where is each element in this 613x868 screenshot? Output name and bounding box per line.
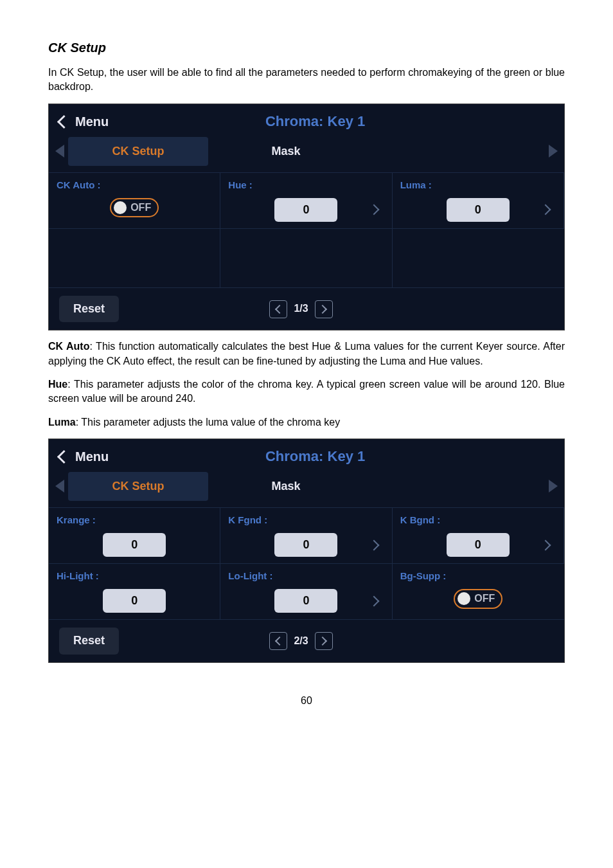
panel-title: Chroma: Key 1 bbox=[76, 447, 554, 467]
tab-ck-setup[interactable]: CK Setup bbox=[68, 472, 208, 501]
param-bgsupp: Bg-Supp : OFF bbox=[393, 564, 564, 620]
pager-next-button[interactable] bbox=[315, 300, 333, 318]
param-label: Lo-Light : bbox=[228, 569, 384, 583]
param-label: Luma : bbox=[400, 178, 556, 192]
chevron-right-icon[interactable] bbox=[368, 595, 379, 606]
param-label: Bg-Supp : bbox=[400, 569, 556, 583]
param-label: K Fgnd : bbox=[228, 513, 384, 527]
pager-prev-button[interactable] bbox=[269, 632, 287, 650]
param-kbgnd: K Bgnd : 0 bbox=[393, 508, 564, 564]
toggle-knob-icon bbox=[114, 201, 127, 214]
chevron-left-icon[interactable] bbox=[57, 115, 71, 129]
param-hue: Hue : 0 bbox=[220, 173, 392, 229]
term-bold: CK Auto bbox=[48, 341, 89, 352]
chevron-left-icon[interactable] bbox=[57, 450, 71, 464]
chevron-right-icon[interactable] bbox=[540, 539, 551, 550]
value-lolight[interactable]: 0 bbox=[274, 589, 337, 613]
chevron-right-icon bbox=[318, 304, 327, 313]
tab-next-icon[interactable] bbox=[549, 145, 558, 158]
term-desc: : This function automatically calculates… bbox=[48, 341, 565, 366]
param-lolight: Lo-Light : 0 bbox=[220, 564, 392, 620]
param-luma: Luma : 0 bbox=[393, 173, 564, 229]
chevron-left-icon bbox=[275, 304, 284, 313]
param-label: Hue : bbox=[228, 178, 384, 192]
pager-prev-button[interactable] bbox=[269, 300, 287, 318]
value-hilight[interactable]: 0 bbox=[103, 589, 166, 613]
paragraph-luma: Luma: This parameter adjusts the luma va… bbox=[48, 415, 565, 429]
chevron-right-icon[interactable] bbox=[368, 204, 379, 215]
chevron-right-icon bbox=[318, 637, 327, 646]
value-hue[interactable]: 0 bbox=[274, 198, 337, 222]
toggle-bgsupp[interactable]: OFF bbox=[454, 589, 502, 608]
tab-mask[interactable]: Mask bbox=[216, 137, 356, 166]
chevron-right-icon[interactable] bbox=[540, 204, 551, 215]
value-kbgnd[interactable]: 0 bbox=[447, 533, 510, 557]
param-label: Krange : bbox=[57, 513, 212, 527]
tab-mask[interactable]: Mask bbox=[216, 472, 356, 501]
tab-prev-icon[interactable] bbox=[55, 480, 64, 493]
param-label: CK Auto : bbox=[57, 178, 212, 192]
term-desc: : This parameter adjusts the color of th… bbox=[48, 379, 565, 404]
tab-next-icon[interactable] bbox=[549, 480, 558, 493]
pager-indicator: 2/3 bbox=[294, 634, 308, 648]
toggle-knob-icon bbox=[458, 592, 470, 605]
empty-cell bbox=[393, 229, 564, 288]
intro-paragraph: In CK Setup, the user will be able to fi… bbox=[48, 66, 565, 95]
chevron-left-icon bbox=[275, 637, 284, 646]
toggle-label: OFF bbox=[130, 201, 151, 215]
pager-indicator: 1/3 bbox=[294, 302, 308, 316]
value-kfgnd[interactable]: 0 bbox=[274, 533, 337, 557]
chevron-right-icon[interactable] bbox=[368, 539, 379, 550]
panel-title: Chroma: Key 1 bbox=[76, 112, 554, 132]
toggle-label: OFF bbox=[474, 592, 495, 606]
term-bold: Hue bbox=[48, 379, 67, 390]
param-label: Hi-Light : bbox=[57, 569, 212, 583]
toggle-ck-auto[interactable]: OFF bbox=[110, 198, 159, 217]
pager-next-button[interactable] bbox=[315, 632, 333, 650]
param-ck-auto: CK Auto : OFF bbox=[49, 173, 220, 229]
param-label: K Bgnd : bbox=[400, 513, 556, 527]
menu-panel-2: Menu Chroma: Key 1 CK Setup Mask Krange … bbox=[48, 439, 565, 663]
empty-cell bbox=[49, 229, 220, 288]
value-krange[interactable]: 0 bbox=[103, 533, 166, 557]
paragraph-ck-auto: CK Auto: This function automatically cal… bbox=[48, 339, 565, 368]
menu-panel-1: Menu Chroma: Key 1 CK Setup Mask CK Auto… bbox=[48, 104, 565, 330]
paragraph-hue: Hue: This parameter adjusts the color of… bbox=[48, 377, 565, 406]
param-kfgnd: K Fgnd : 0 bbox=[220, 508, 392, 564]
param-krange: Krange : 0 bbox=[49, 508, 220, 564]
term-bold: Luma bbox=[48, 417, 76, 428]
tab-ck-setup[interactable]: CK Setup bbox=[68, 137, 208, 166]
value-luma[interactable]: 0 bbox=[447, 198, 510, 222]
tab-prev-icon[interactable] bbox=[55, 145, 64, 158]
section-heading: CK Setup bbox=[48, 39, 565, 57]
param-hilight: Hi-Light : 0 bbox=[49, 564, 220, 620]
empty-cell bbox=[220, 229, 392, 288]
page-number: 60 bbox=[48, 694, 565, 708]
term-desc: : This parameter adjusts the luma value … bbox=[76, 417, 340, 428]
